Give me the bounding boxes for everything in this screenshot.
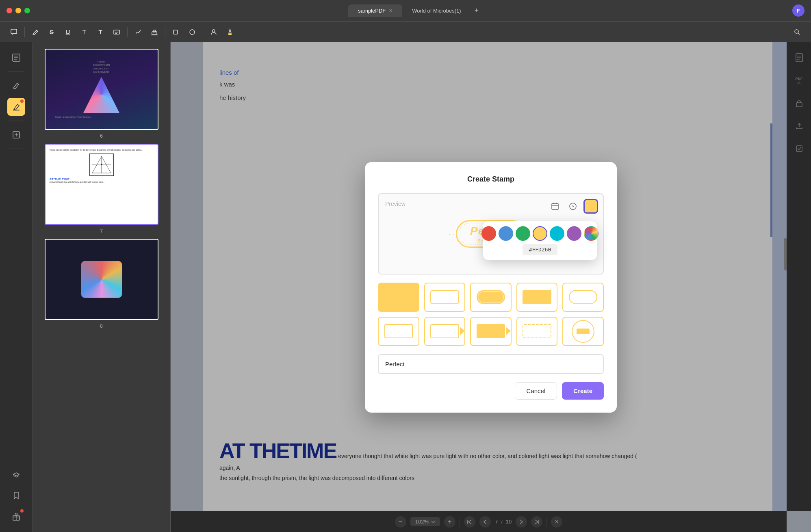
template-shape-5: [569, 290, 597, 304]
comment-tool[interactable]: [7, 25, 21, 39]
svg-point-11: [795, 30, 798, 33]
template-shape-4: [523, 290, 551, 304]
sidebar-divider-3: [8, 149, 24, 149]
thumbnail-page-8[interactable]: 8: [41, 239, 163, 329]
color-picker-button[interactable]: #FFD260: [583, 199, 598, 214]
color-hex-display: #FFD260: [523, 244, 558, 255]
stamp-template-1[interactable]: [378, 283, 419, 312]
minimize-traffic-light[interactable]: [15, 8, 21, 13]
stamp-template-6[interactable]: [378, 317, 419, 346]
svg-point-8: [190, 30, 195, 35]
stamp-template-3[interactable]: [470, 283, 512, 312]
tab-samplepdf[interactable]: samplePDF ✕: [348, 4, 402, 17]
stamp-template-10[interactable]: [562, 317, 604, 346]
user-avatar[interactable]: F: [792, 4, 804, 17]
thumbnail-page-7[interactable]: These objects laid the foundation for th…: [41, 144, 163, 234]
toolbar-divider-4: [203, 27, 203, 37]
toolbar-divider-2: [127, 27, 128, 37]
svg-point-29: [101, 164, 102, 165]
color-swatches: [481, 226, 598, 241]
stamp-template-2[interactable]: [424, 283, 466, 312]
sidebar-divider-2: [8, 121, 24, 121]
template-shape-3: [477, 290, 505, 304]
sidebar-gift-icon[interactable]: [7, 508, 25, 526]
svg-line-27: [102, 156, 111, 173]
page-num-8: 8: [100, 323, 103, 329]
swatch-yellow[interactable]: [533, 226, 547, 241]
thumbnail-page-6[interactable]: PRISMDECOMPOSITION SUNLIGHTEXPERIMENT Ne…: [41, 49, 163, 139]
sidebar-bookmark-icon[interactable]: [7, 487, 25, 504]
template-shape-6: [384, 324, 413, 338]
clock-button[interactable]: [566, 199, 580, 214]
thumbnail-panel: PRISMDECOMPOSITION SUNLIGHTEXPERIMENT Ne…: [33, 42, 171, 532]
swatch-green[interactable]: [516, 226, 530, 241]
svg-point-9: [213, 30, 215, 32]
page-num-6: 6: [100, 133, 103, 139]
template-shape-2: [430, 290, 459, 304]
color-picker-popup: #FFD260: [483, 221, 597, 260]
color-tool[interactable]: [223, 25, 237, 39]
stamp-template-4[interactable]: [516, 283, 558, 312]
titlebar: samplePDF ✕ World of Microbes(1) + F: [0, 0, 811, 21]
svg-rect-7: [173, 30, 178, 34]
traffic-lights: [7, 8, 30, 13]
sidebar-pages-icon[interactable]: [7, 49, 25, 67]
shape-circle-tool[interactable]: [185, 25, 199, 39]
sidebar-layers-icon[interactable]: [7, 465, 25, 483]
stamp-text-input[interactable]: [378, 354, 604, 374]
underline-tool[interactable]: U: [61, 25, 75, 39]
signature-tool[interactable]: [131, 25, 145, 39]
swatch-multicolor[interactable]: [584, 226, 598, 241]
text-tool-outline[interactable]: T: [77, 25, 91, 39]
sidebar-edit-icon[interactable]: [7, 126, 25, 144]
create-button[interactable]: Create: [562, 382, 604, 400]
create-stamp-modal: Create Stamp Preview: [365, 162, 617, 413]
main-area: PRISMDECOMPOSITION SUNLIGHTEXPERIMENT Ne…: [0, 42, 811, 532]
svg-rect-10: [228, 34, 232, 35]
swatch-purple[interactable]: [567, 226, 581, 241]
modal-title: Create Stamp: [378, 175, 604, 184]
stamp-template-5[interactable]: [562, 283, 604, 312]
toolbar-divider-3: [165, 27, 165, 37]
thumbnail-img-7: These objects laid the foundation for th…: [45, 144, 158, 225]
sidebar-annotate-icon[interactable]: [7, 77, 25, 95]
template-shape-7: [430, 324, 459, 338]
search-tool[interactable]: [790, 25, 804, 39]
tab-microbes[interactable]: World of Microbes(1): [402, 4, 471, 17]
modal-overlay: Create Stamp Preview: [171, 42, 811, 532]
svg-line-26: [92, 156, 102, 173]
calendar-button[interactable]: [548, 199, 562, 214]
stamp-template-7[interactable]: [424, 317, 466, 346]
stamp-template-8[interactable]: [470, 317, 512, 346]
template-shape-10: [572, 320, 594, 343]
add-tab-button[interactable]: +: [471, 5, 482, 16]
gift-badge: [20, 509, 24, 513]
pencil-tool[interactable]: [28, 25, 43, 39]
svg-rect-38: [552, 203, 558, 210]
close-traffic-light[interactable]: [7, 8, 12, 13]
preview-label: Preview: [385, 201, 406, 207]
strikethrough-tool[interactable]: S: [44, 25, 59, 39]
swatch-blue[interactable]: [499, 226, 513, 241]
template-shape-8: [477, 324, 505, 338]
toolbar-divider-1: [24, 27, 25, 37]
user-tool[interactable]: [206, 25, 221, 39]
swatch-cyan[interactable]: [550, 226, 564, 241]
thumbnail-img-6: PRISMDECOMPOSITION SUNLIGHTEXPERIMENT Ne…: [45, 49, 158, 130]
sidebar-highlight-icon[interactable]: [7, 98, 25, 116]
maximize-traffic-light[interactable]: [24, 8, 30, 13]
sidebar-badge: [20, 99, 24, 103]
stamp-tool[interactable]: [147, 25, 162, 39]
text-box-tool[interactable]: [109, 25, 124, 39]
shape-tool[interactable]: [169, 25, 183, 39]
swatch-red[interactable]: [481, 226, 496, 241]
stamp-preview-area: Preview: [378, 193, 604, 275]
stamp-template-9[interactable]: [516, 317, 558, 346]
close-tab-samplepdf[interactable]: ✕: [389, 8, 392, 13]
text-tool-solid[interactable]: T: [93, 25, 108, 39]
content-area: lines of k was he history PDF /A: [171, 42, 811, 532]
svg-rect-5: [153, 30, 156, 32]
template-shape-1: [385, 290, 412, 304]
cancel-button[interactable]: Cancel: [515, 382, 557, 400]
modal-actions: Cancel Create: [378, 382, 604, 400]
